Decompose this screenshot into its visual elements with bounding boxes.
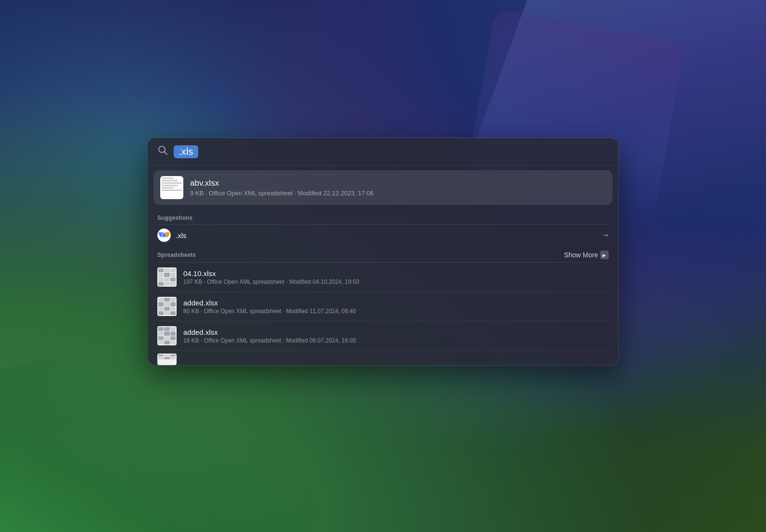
show-more-button[interactable]: Show More ▶ — [564, 251, 609, 259]
spreadsheets-header: Spreadsheets Show More ▶ — [157, 246, 609, 262]
file-info: added.xlsx 18 KB · Office Open XML sprea… — [183, 328, 609, 344]
spreadsheet-file-item[interactable]: added.xlsx 80 KB · Office Open XML sprea… — [157, 292, 609, 321]
suggestion-arrow-icon: ↗ — [601, 230, 611, 240]
file-info: 04.10.xlsx 197 KB · Office Open XML spre… — [183, 269, 609, 285]
file-thumbnail — [157, 326, 177, 345]
spotlight-window: .xls abv.xlsx 9 KB · Office Open XML spr… — [147, 138, 619, 366]
search-query-chip[interactable]: .xls — [174, 145, 198, 158]
top-result-item[interactable]: abv.xlsx 9 KB · Office Open XML spreadsh… — [153, 170, 613, 205]
file-thumbnail — [157, 297, 177, 316]
spreadsheets-title: Spreadsheets — [157, 252, 196, 258]
file-meta: 197 KB · Office Open XML spreadsheet · M… — [183, 279, 609, 285]
suggestion-label: .xls — [176, 231, 187, 240]
svg-line-1 — [165, 152, 167, 155]
file-meta: 18 KB · Office Open XML spreadsheet · Mo… — [183, 337, 609, 344]
show-more-label: Show More — [564, 251, 598, 259]
file-thumbnail — [157, 267, 177, 287]
suggestion-left: .xls — [157, 228, 187, 242]
spreadsheet-file-item[interactable]: 04.10.xlsx 197 KB · Office Open XML spre… — [157, 263, 609, 292]
top-result-meta: 9 KB · Office Open XML spreadsheet · Mod… — [190, 190, 606, 197]
suggestions-header: Suggestions — [157, 210, 609, 224]
top-result-filename: abv.xlsx — [190, 178, 606, 188]
suggestion-item-xls[interactable]: .xls ↗ — [157, 225, 609, 246]
chrome-icon — [157, 228, 171, 242]
search-bar[interactable]: .xls — [148, 138, 618, 165]
show-more-arrow-icon: ▶ — [600, 251, 609, 259]
top-result-icon — [160, 176, 183, 199]
spreadsheet-file-item[interactable]: added.xlsx 18 KB · Office Open XML sprea… — [157, 321, 609, 351]
file-info: added.xlsx 80 KB · Office Open XML sprea… — [183, 299, 609, 315]
spreadsheets-section: Spreadsheets Show More ▶ 04.10.xlsx 197 … — [148, 246, 618, 365]
file-meta: 80 KB · Office Open XML spreadsheet · Mo… — [183, 308, 609, 315]
file-thumbnail — [157, 354, 177, 365]
spreadsheet-file-item-partial[interactable] — [157, 351, 609, 365]
file-name: 04.10.xlsx — [183, 269, 609, 278]
svg-point-4 — [162, 233, 166, 237]
top-result-info: abv.xlsx 9 KB · Office Open XML spreadsh… — [190, 178, 606, 197]
search-icon — [157, 145, 168, 158]
file-name: added.xlsx — [183, 328, 609, 336]
suggestions-section: Suggestions — [148, 210, 618, 246]
file-name: added.xlsx — [183, 299, 609, 307]
suggestions-title: Suggestions — [157, 215, 192, 221]
